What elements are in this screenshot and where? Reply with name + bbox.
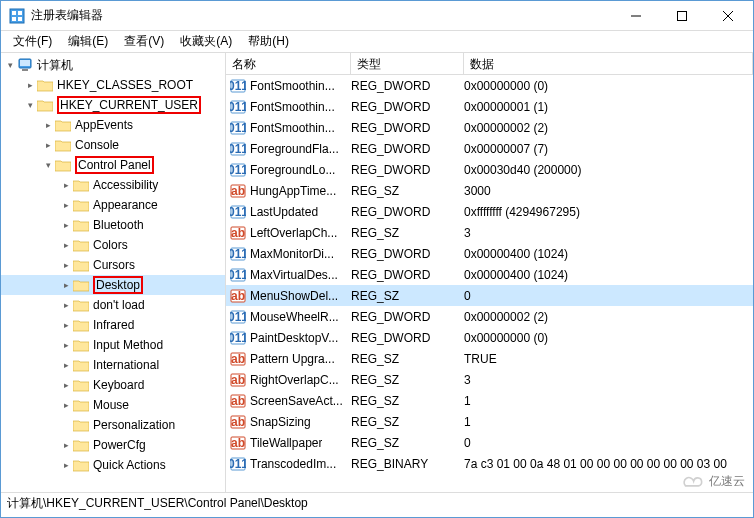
tree-item[interactable]: Personalization <box>1 415 225 435</box>
menu-item[interactable]: 收藏夹(A) <box>172 31 240 52</box>
value-name: MaxMonitorDi... <box>250 247 334 261</box>
svg-text:011: 011 <box>230 142 246 156</box>
string-icon: ab <box>230 183 246 199</box>
list-row[interactable]: 011FontSmoothin...REG_DWORD0x00000001 (1… <box>226 96 753 117</box>
list-row[interactable]: abTileWallpaperREG_SZ0 <box>226 432 753 453</box>
tree-label: Input Method <box>93 338 163 352</box>
expander-icon[interactable]: ▸ <box>59 295 73 315</box>
list-row[interactable]: 011ForegroundLo...REG_DWORD0x00030d40 (2… <box>226 159 753 180</box>
expander-icon[interactable]: ▸ <box>59 255 73 275</box>
string-icon: ab <box>230 435 246 451</box>
tree-root[interactable]: ▾计算机 <box>1 55 225 75</box>
menu-item[interactable]: 帮助(H) <box>240 31 297 52</box>
tree-item[interactable]: ▸Desktop <box>1 275 225 295</box>
svg-rect-11 <box>22 69 28 71</box>
expander-icon[interactable]: ▾ <box>3 55 17 75</box>
folder-icon <box>73 299 89 312</box>
tree-label: International <box>93 358 159 372</box>
list-row[interactable]: 011ForegroundFla...REG_DWORD0x00000007 (… <box>226 138 753 159</box>
expander-icon[interactable]: ▸ <box>41 135 55 155</box>
expander-icon[interactable]: ▸ <box>59 435 73 455</box>
expander-icon[interactable]: ▸ <box>23 75 37 95</box>
column-name[interactable]: 名称 <box>226 53 351 74</box>
tree-label: Keyboard <box>93 378 144 392</box>
expander-icon[interactable]: ▸ <box>59 455 73 475</box>
expander-icon[interactable]: ▸ <box>59 215 73 235</box>
tree-item[interactable]: ▸Keyboard <box>1 375 225 395</box>
folder-icon <box>73 459 89 472</box>
list-row[interactable]: abLeftOverlapCh...REG_SZ3 <box>226 222 753 243</box>
tree-label: HKEY_CURRENT_USER <box>57 98 201 112</box>
tree-item[interactable]: ▸don't load <box>1 295 225 315</box>
tree-item[interactable]: ▸Mouse <box>1 395 225 415</box>
list-row[interactable]: 011MaxMonitorDi...REG_DWORD0x00000400 (1… <box>226 243 753 264</box>
tree-item[interactable]: ▾Control Panel <box>1 155 225 175</box>
list-row[interactable]: abMenuShowDel...REG_SZ0 <box>226 285 753 306</box>
expander-icon[interactable]: ▸ <box>59 355 73 375</box>
tree-label: AppEvents <box>75 118 133 132</box>
value-data: 0x00000002 (2) <box>464 121 753 135</box>
svg-text:011: 011 <box>230 247 246 261</box>
list-row[interactable]: 011MouseWheelR...REG_DWORD0x00000002 (2) <box>226 306 753 327</box>
value-type: REG_DWORD <box>351 100 464 114</box>
minimize-button[interactable] <box>613 1 659 30</box>
value-name: ForegroundFla... <box>250 142 339 156</box>
list-row[interactable]: abHungAppTime...REG_SZ3000 <box>226 180 753 201</box>
list-row[interactable]: 011FontSmoothin...REG_DWORD0x00000000 (0… <box>226 75 753 96</box>
tree-item[interactable]: ▸Console <box>1 135 225 155</box>
tree-item[interactable]: ▸PowerCfg <box>1 435 225 455</box>
list-row[interactable]: 011MaxVirtualDes...REG_DWORD0x00000400 (… <box>226 264 753 285</box>
list-row[interactable]: 011PaintDesktopV...REG_DWORD0x00000000 (… <box>226 327 753 348</box>
tree-item[interactable]: ▸International <box>1 355 225 375</box>
expander-icon[interactable]: ▸ <box>59 195 73 215</box>
expander-icon[interactable]: ▸ <box>59 235 73 255</box>
expander-icon[interactable]: ▾ <box>23 95 37 115</box>
value-data: 0x00000002 (2) <box>464 310 753 324</box>
tree-item[interactable]: ▸Quick Actions <box>1 455 225 475</box>
column-data[interactable]: 数据 <box>464 53 753 74</box>
expander-icon[interactable]: ▸ <box>41 115 55 135</box>
list-pane[interactable]: 名称 类型 数据 011FontSmoothin...REG_DWORD0x00… <box>226 53 753 492</box>
string-icon: ab <box>230 414 246 430</box>
svg-text:ab: ab <box>231 184 245 198</box>
value-type: REG_DWORD <box>351 268 464 282</box>
list-row[interactable]: abScreenSaveAct...REG_SZ1 <box>226 390 753 411</box>
maximize-button[interactable] <box>659 1 705 30</box>
list-row[interactable]: 011FontSmoothin...REG_DWORD0x00000002 (2… <box>226 117 753 138</box>
tree-item[interactable]: ▸Appearance <box>1 195 225 215</box>
expander-icon[interactable]: ▸ <box>59 335 73 355</box>
tree-item[interactable]: ▸HKEY_CLASSES_ROOT <box>1 75 225 95</box>
list-row[interactable]: abRightOverlapC...REG_SZ3 <box>226 369 753 390</box>
list-row[interactable]: 011TranscodedIm...REG_BINARY7a c3 01 00 … <box>226 453 753 474</box>
expander-icon[interactable] <box>59 415 73 435</box>
value-type: REG_DWORD <box>351 142 464 156</box>
tree-item[interactable]: ▸Cursors <box>1 255 225 275</box>
menu-item[interactable]: 编辑(E) <box>60 31 116 52</box>
tree-item[interactable]: ▸Bluetooth <box>1 215 225 235</box>
list-row[interactable]: 011LastUpdatedREG_DWORD0xffffffff (42949… <box>226 201 753 222</box>
list-row[interactable]: abSnapSizingREG_SZ1 <box>226 411 753 432</box>
expander-icon[interactable]: ▸ <box>59 175 73 195</box>
close-button[interactable] <box>705 1 751 30</box>
tree-item[interactable]: ▸Colors <box>1 235 225 255</box>
tree-item[interactable]: ▸Infrared <box>1 315 225 335</box>
expander-icon[interactable]: ▸ <box>59 375 73 395</box>
menu-item[interactable]: 查看(V) <box>116 31 172 52</box>
value-type: REG_DWORD <box>351 163 464 177</box>
tree-item[interactable]: ▾HKEY_CURRENT_USER <box>1 95 225 115</box>
tree-item[interactable]: ▸Input Method <box>1 335 225 355</box>
menu-item[interactable]: 文件(F) <box>5 31 60 52</box>
list-row[interactable]: abPattern Upgra...REG_SZTRUE <box>226 348 753 369</box>
tree-item[interactable]: ▸AppEvents <box>1 115 225 135</box>
value-data: 7a c3 01 00 0a 48 01 00 00 00 00 00 00 0… <box>464 457 753 471</box>
tree-item[interactable]: ▸Accessibility <box>1 175 225 195</box>
tree-pane[interactable]: ▾计算机▸HKEY_CLASSES_ROOT▾HKEY_CURRENT_USER… <box>1 53 226 492</box>
column-type[interactable]: 类型 <box>351 53 464 74</box>
folder-icon <box>73 179 89 192</box>
svg-text:ab: ab <box>231 415 245 429</box>
expander-icon[interactable]: ▸ <box>59 275 73 295</box>
expander-icon[interactable]: ▾ <box>41 155 55 175</box>
svg-text:ab: ab <box>231 394 245 408</box>
expander-icon[interactable]: ▸ <box>59 315 73 335</box>
expander-icon[interactable]: ▸ <box>59 395 73 415</box>
